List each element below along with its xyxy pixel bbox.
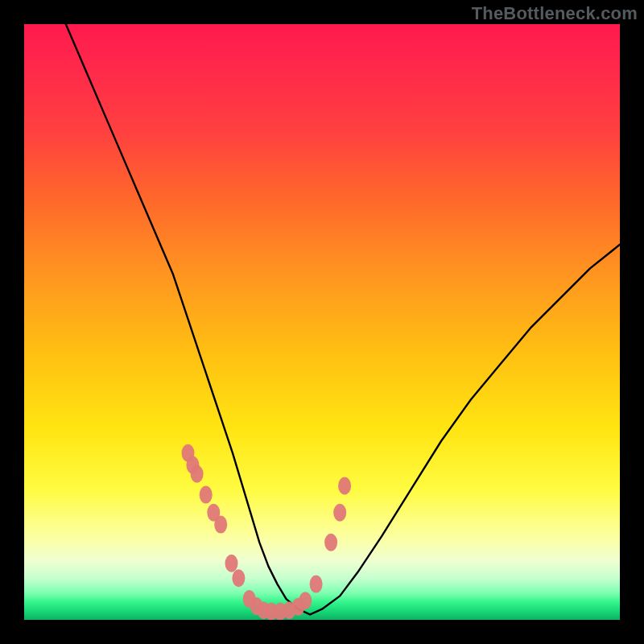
watermark-text: TheBottleneck.com xyxy=(472,3,638,24)
svg-point-2 xyxy=(191,465,204,483)
svg-point-5 xyxy=(214,516,227,534)
svg-point-16 xyxy=(310,576,323,593)
svg-point-15 xyxy=(299,592,312,609)
svg-point-17 xyxy=(324,534,337,551)
svg-point-18 xyxy=(333,504,346,522)
svg-point-3 xyxy=(200,486,213,504)
bottleneck-curve xyxy=(66,24,620,614)
plot-area xyxy=(24,24,620,620)
svg-point-6 xyxy=(225,555,238,572)
chart-frame: TheBottleneck.com xyxy=(0,0,644,644)
curve-markers xyxy=(182,444,352,620)
curve-overlay xyxy=(24,24,620,620)
svg-point-19 xyxy=(338,477,351,495)
svg-point-7 xyxy=(232,569,245,587)
